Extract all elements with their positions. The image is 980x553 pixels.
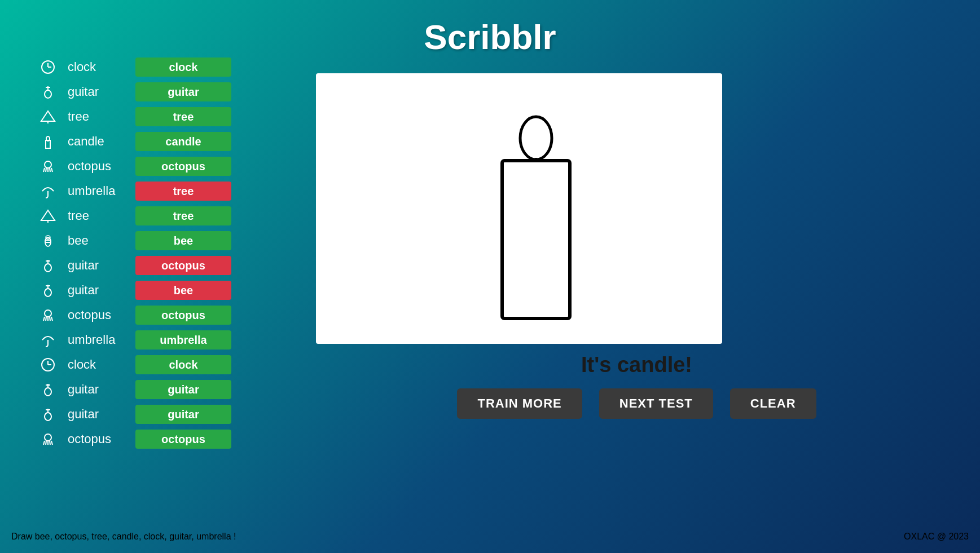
result-prediction-badge: tree xyxy=(135,206,231,225)
result-row: guitaroctopus xyxy=(34,255,305,276)
result-prediction-badge: octopus xyxy=(135,430,231,449)
result-icon xyxy=(34,379,62,400)
result-prediction-badge: bee xyxy=(135,231,231,250)
result-row: clockclock xyxy=(34,56,305,78)
result-prediction-badge: candle xyxy=(135,132,231,151)
result-icon xyxy=(34,280,62,301)
result-row: treetree xyxy=(34,106,305,127)
result-row: guitarguitar xyxy=(34,379,305,400)
result-icon xyxy=(34,106,62,127)
svg-line-50 xyxy=(51,441,52,445)
result-row: beebee xyxy=(34,230,305,251)
result-actual-label: candle xyxy=(62,134,135,149)
result-prediction-badge: guitar xyxy=(135,82,231,101)
result-row: guitarbee xyxy=(34,280,305,301)
app-title: Scribblr xyxy=(424,17,556,56)
svg-point-26 xyxy=(45,289,51,297)
svg-line-34 xyxy=(51,317,52,321)
svg-line-46 xyxy=(43,441,45,445)
svg-line-14 xyxy=(50,168,50,172)
result-row: treetree xyxy=(34,205,305,227)
result-icon xyxy=(34,404,62,425)
svg-line-30 xyxy=(43,317,45,321)
result-actual-label: clock xyxy=(62,357,135,372)
result-actual-label: octopus xyxy=(62,432,135,446)
result-actual-label: octopus xyxy=(62,159,135,174)
result-icon xyxy=(34,304,62,326)
draw-hint: Draw bee, octopus, tree, candle, clock, … xyxy=(11,532,236,542)
main-area: It's candle! TRAIN MORE NEXT TEST CLEAR xyxy=(316,73,957,419)
result-actual-label: guitar xyxy=(62,258,135,273)
train-more-button[interactable]: TRAIN MORE xyxy=(457,388,582,419)
result-actual-label: bee xyxy=(62,233,135,248)
result-prediction-badge: bee xyxy=(135,281,231,300)
svg-line-12 xyxy=(46,168,46,172)
result-row: umbrellatree xyxy=(34,180,305,202)
svg-line-11 xyxy=(43,168,45,172)
buttons-row: TRAIN MORE NEXT TEST CLEAR xyxy=(316,388,957,419)
next-test-button[interactable]: NEXT TEST xyxy=(599,388,713,419)
result-icon xyxy=(34,156,62,177)
bottom-bar: Draw bee, octopus, tree, candle, clock, … xyxy=(11,532,969,542)
svg-point-23 xyxy=(45,264,51,272)
result-prediction-badge: octopus xyxy=(135,157,231,176)
result-actual-label: umbrella xyxy=(62,333,135,347)
result-icon xyxy=(34,230,62,251)
result-row: guitarguitar xyxy=(34,81,305,103)
result-actual-label: tree xyxy=(62,209,135,223)
result-prediction-badge: tree xyxy=(135,107,231,126)
result-prediction-badge: octopus xyxy=(135,256,231,275)
svg-rect-52 xyxy=(502,161,570,318)
title-area: Scribblr xyxy=(0,0,980,57)
svg-line-49 xyxy=(50,441,50,445)
result-icon xyxy=(34,428,62,450)
clear-button[interactable]: CLEAR xyxy=(730,388,816,419)
svg-point-45 xyxy=(45,434,51,441)
result-actual-label: tree xyxy=(62,109,135,124)
copyright: OXLAC @ 2023 xyxy=(904,532,969,542)
result-actual-label: octopus xyxy=(62,308,135,322)
result-actual-label: guitar xyxy=(62,85,135,99)
svg-line-47 xyxy=(46,441,46,445)
result-row: clockclock xyxy=(34,354,305,375)
result-prediction-badge: octopus xyxy=(135,306,231,325)
result-actual-label: guitar xyxy=(62,407,135,422)
result-prediction-badge: umbrella xyxy=(135,330,231,350)
drawing-canvas[interactable] xyxy=(316,73,722,344)
result-actual-label: clock xyxy=(62,60,135,74)
result-actual-label: guitar xyxy=(62,283,135,298)
svg-line-33 xyxy=(50,317,50,321)
result-icon xyxy=(34,180,62,202)
svg-line-15 xyxy=(51,168,52,172)
result-row: octopusoctopus xyxy=(34,428,305,450)
svg-line-31 xyxy=(46,317,46,321)
result-icon xyxy=(34,56,62,78)
result-row: octopusoctopus xyxy=(34,156,305,177)
svg-point-3 xyxy=(45,90,51,98)
result-icon xyxy=(34,81,62,103)
result-icon xyxy=(34,255,62,276)
svg-point-39 xyxy=(45,388,51,396)
svg-point-29 xyxy=(45,310,51,317)
result-prediction-badge: guitar xyxy=(135,380,231,399)
result-prediction-badge: guitar xyxy=(135,405,231,424)
result-actual-label: umbrella xyxy=(62,184,135,198)
result-icon xyxy=(34,131,62,152)
svg-point-42 xyxy=(45,413,51,421)
result-icon xyxy=(34,329,62,351)
result-prediction-badge: clock xyxy=(135,57,231,77)
svg-marker-6 xyxy=(41,111,55,121)
result-icon xyxy=(34,205,62,227)
result-icon xyxy=(34,354,62,375)
results-panel: clockclockguitarguitartreetreecandlecand… xyxy=(34,56,305,453)
svg-marker-17 xyxy=(41,210,55,220)
result-prediction-badge: clock xyxy=(135,355,231,374)
result-label: It's candle! xyxy=(316,353,957,377)
svg-point-10 xyxy=(45,161,51,168)
result-row: umbrellaumbrella xyxy=(34,329,305,351)
result-prediction-badge: tree xyxy=(135,182,231,201)
svg-rect-8 xyxy=(46,140,50,148)
result-row: octopusoctopus xyxy=(34,304,305,326)
result-row: candlecandle xyxy=(34,131,305,152)
svg-point-51 xyxy=(520,117,552,160)
